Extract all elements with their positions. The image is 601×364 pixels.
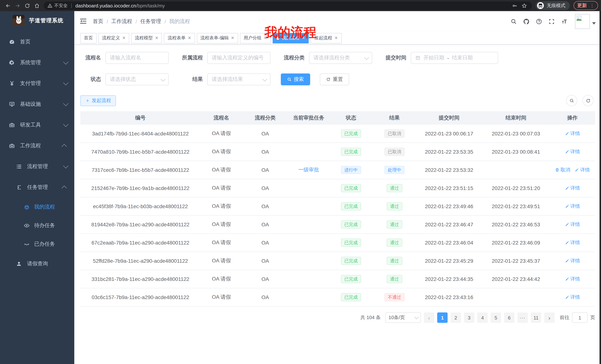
page-button-1[interactable]: 1 xyxy=(437,312,448,323)
pencil-icon xyxy=(565,131,569,136)
pencil-icon xyxy=(565,295,569,299)
action-label: 详情 xyxy=(570,239,580,246)
close-icon[interactable]: ✕ xyxy=(155,36,158,40)
sidebar-item-工作流程[interactable]: 工作流程 xyxy=(0,135,74,156)
status-select[interactable]: 请选择状态 xyxy=(105,74,169,85)
start-process-button[interactable]: ＋ 发起流程 xyxy=(80,95,116,106)
close-icon[interactable]: ✕ xyxy=(231,36,234,40)
process-def-input[interactable]: 请输入流程定义的编号 xyxy=(207,52,270,64)
result-badge: 通过 xyxy=(387,202,402,211)
user-avatar-dropdown[interactable] xyxy=(575,14,596,29)
browser-menu-icon[interactable]: ⋮ xyxy=(590,3,594,8)
process-name-input[interactable]: 请输入流程名 xyxy=(105,52,169,64)
show-search-button[interactable] xyxy=(566,95,577,106)
font-size-icon[interactable] xyxy=(559,17,569,26)
cell-status: 进行中 xyxy=(329,161,373,179)
search-icon[interactable] xyxy=(509,17,519,26)
search-button[interactable]: 搜索 xyxy=(281,74,310,85)
page-button-3[interactable]: 3 xyxy=(464,312,474,323)
page-button-6[interactable]: 6 xyxy=(504,312,514,323)
page-button-5[interactable]: 5 xyxy=(491,312,501,323)
detail-action-link[interactable]: 详情 xyxy=(565,221,580,228)
tab-流程表单[interactable]: 流程表单✕ xyxy=(164,33,195,43)
sidebar-item-支付管理[interactable]: 支付管理 xyxy=(0,73,74,94)
sidebar-item-已办任务[interactable]: 已办任务 xyxy=(0,235,74,253)
next-page-button[interactable]: › xyxy=(544,312,555,323)
pencil-icon xyxy=(565,186,569,190)
close-icon[interactable]: ✕ xyxy=(188,36,191,40)
page-button-4[interactable]: 4 xyxy=(477,312,488,323)
incognito-label: 无痕模式 xyxy=(547,2,565,9)
app-logo-row[interactable]: 芋道管理系统 xyxy=(0,11,74,30)
breadcrumb-item[interactable]: 任务管理 xyxy=(140,18,161,25)
detail-action-link[interactable]: 详情 xyxy=(565,276,580,282)
help-icon[interactable] xyxy=(534,17,544,26)
detail-action-link[interactable]: 详情 xyxy=(565,203,580,210)
cancel-action-link[interactable]: 取消 xyxy=(555,167,570,173)
refresh-table-button[interactable] xyxy=(582,95,594,106)
toolbox-icon xyxy=(9,122,15,128)
sidebar-item-流程管理[interactable]: 流程管理 xyxy=(0,156,74,177)
sidebar-collapse-icon[interactable] xyxy=(80,18,88,26)
prev-page-button[interactable]: ‹ xyxy=(424,312,434,323)
sidebar-item-label: 我的流程 xyxy=(34,204,55,211)
sidebar-item-我的流程[interactable]: 我的流程 xyxy=(0,198,74,216)
cell-status: 已完成 xyxy=(329,288,373,306)
column-header-提交时间: 提交时间 xyxy=(416,111,482,125)
home-icon[interactable] xyxy=(32,1,42,10)
tab-流程定义[interactable]: 流程定义✕ xyxy=(99,33,129,43)
result-badge: 通过 xyxy=(387,220,402,229)
sidebar-item-待办任务[interactable]: 待办任务 xyxy=(0,216,74,235)
goto-page-input[interactable]: 1 xyxy=(572,312,588,323)
tab-首页[interactable]: 首页 xyxy=(80,33,97,43)
cell-process-name: OA 请假 xyxy=(200,197,242,215)
submit-time-range-picker[interactable]: 开始日期 - 结束日期 xyxy=(411,52,498,64)
action-label: 详情 xyxy=(570,258,580,264)
page-button-11[interactable]: 11 xyxy=(531,312,541,323)
detail-action-link[interactable]: 详情 xyxy=(565,239,580,246)
detail-action-link[interactable]: 详情 xyxy=(565,185,580,192)
detail-action-link[interactable]: 详情 xyxy=(565,148,580,155)
sidebar-item-任务管理[interactable]: 任务管理 xyxy=(0,177,74,198)
bookmark-star-icon[interactable] xyxy=(520,1,528,10)
sidebar-item-系统管理[interactable]: 系统管理 xyxy=(0,52,74,73)
sidebar-item-研发工具[interactable]: 研发工具 xyxy=(0,115,74,135)
security-chip[interactable]: 不安全 xyxy=(48,2,68,9)
reload-icon[interactable] xyxy=(22,1,32,10)
annotation-overlay: 我的流程 xyxy=(264,24,316,41)
sidebar-item-请假查询[interactable]: 请假查询 xyxy=(0,253,74,274)
date-separator: - xyxy=(447,55,449,61)
browser-scrollbar[interactable] xyxy=(600,11,601,364)
sidebar-item-基础设施[interactable]: 基础设施 xyxy=(0,94,74,115)
result-select[interactable]: 请选择流结果 xyxy=(207,74,270,85)
breadcrumb-item[interactable]: 首页 xyxy=(93,18,103,25)
close-icon[interactable]: ✕ xyxy=(334,36,338,40)
tab-流程模型[interactable]: 流程模型✕ xyxy=(131,33,162,43)
breadcrumb-item[interactable]: 工作流程 xyxy=(111,18,132,25)
address-bar[interactable]: 不安全 dashboard.yudao.iocoder.cn/bpm/task/… xyxy=(44,1,532,10)
action-label: 详情 xyxy=(570,203,580,210)
list-icon xyxy=(16,164,22,170)
current-task-link[interactable]: 一级审批 xyxy=(298,167,319,172)
reset-button[interactable]: 重置 xyxy=(320,74,349,85)
close-icon[interactable]: ✕ xyxy=(122,36,126,40)
cell-category: OA xyxy=(242,234,288,252)
forward-icon[interactable] xyxy=(13,1,22,10)
github-icon[interactable] xyxy=(521,17,531,26)
detail-action-link[interactable]: 详情 xyxy=(565,258,580,264)
page-button-2[interactable]: 2 xyxy=(451,312,461,323)
detail-action-link[interactable]: 详情 xyxy=(565,294,580,301)
fullscreen-icon[interactable] xyxy=(547,17,556,26)
back-icon[interactable] xyxy=(3,1,13,10)
tab-流程表单-编辑[interactable]: 流程表单-编辑✕ xyxy=(197,33,238,43)
sidebar-item-首页[interactable]: 首页 xyxy=(0,31,74,52)
detail-action-link[interactable]: 详情 xyxy=(565,130,580,137)
detail-action-link[interactable]: 详情 xyxy=(575,167,590,173)
key-icon[interactable] xyxy=(510,1,519,10)
result-badge: 处理中 xyxy=(384,166,404,174)
browser-update-button[interactable]: 更新 ⋮ xyxy=(573,1,598,10)
table-row: 7317cec6-7b9b-11ec-b5b7-acde48001122OA 请… xyxy=(80,161,595,179)
category-select[interactable]: 请选择流程分类 xyxy=(309,52,372,64)
page-size-select[interactable]: 10条/页 xyxy=(385,312,421,323)
warning-icon xyxy=(48,3,52,8)
